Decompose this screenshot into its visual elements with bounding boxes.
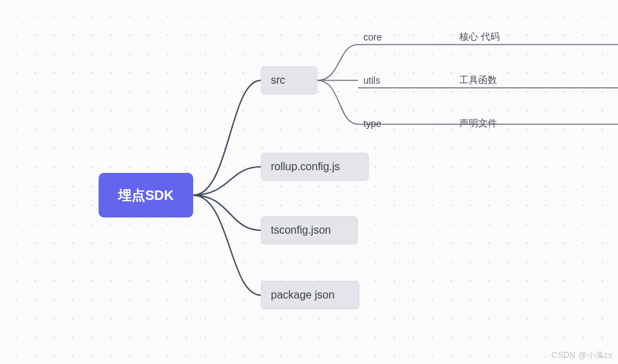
leaf-desc: 核心 代码 bbox=[459, 31, 500, 43]
leaf-node-utils[interactable]: utils bbox=[363, 72, 380, 89]
leaf-desc: 工具函数 bbox=[459, 74, 497, 86]
leaf-desc: 声明文件 bbox=[459, 118, 497, 130]
leaf-node-core-desc[interactable]: 核心 代码 bbox=[459, 28, 500, 46]
leaf-node-type[interactable]: type bbox=[363, 115, 381, 132]
leaf-node-core[interactable]: core bbox=[363, 28, 382, 46]
leaf-name: utils bbox=[363, 75, 380, 86]
leaf-node-utils-desc[interactable]: 工具函数 bbox=[459, 72, 497, 89]
root-node[interactable]: 埋点SDK bbox=[99, 173, 193, 217]
connector-lines bbox=[0, 0, 618, 364]
branch-label: rollup.config.js bbox=[271, 161, 340, 173]
branch-node-package[interactable]: package json bbox=[261, 281, 359, 309]
branch-label: tsconfig.json bbox=[271, 224, 331, 236]
branch-label: package json bbox=[271, 289, 334, 301]
leaf-name: core bbox=[363, 32, 382, 43]
branch-label: src bbox=[271, 74, 285, 86]
watermark-text: CSDN @小满zs bbox=[551, 350, 613, 361]
branch-node-tsconfig[interactable]: tsconfig.json bbox=[261, 216, 358, 244]
leaf-node-type-desc[interactable]: 声明文件 bbox=[459, 115, 497, 132]
branch-node-rollup[interactable]: rollup.config.js bbox=[261, 153, 369, 181]
leaf-name: type bbox=[363, 118, 381, 129]
root-label: 埋点SDK bbox=[118, 186, 174, 205]
branch-node-src[interactable]: src bbox=[261, 66, 317, 95]
